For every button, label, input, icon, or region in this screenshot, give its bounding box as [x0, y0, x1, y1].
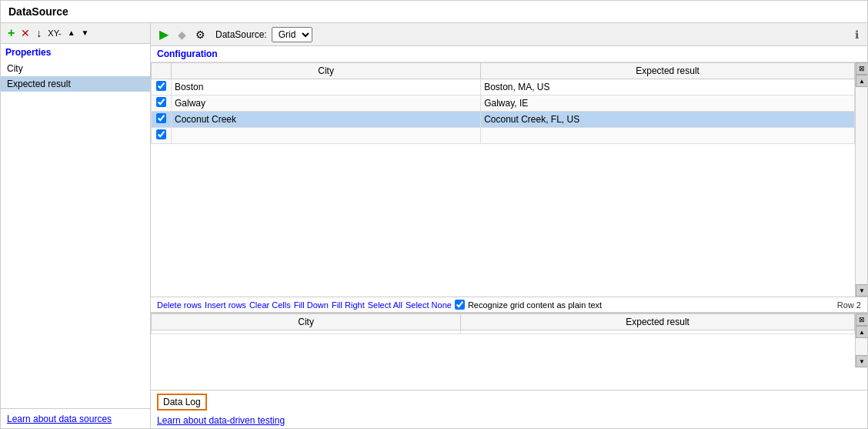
left-toolbar: + ✕ ↓ XY- ▲ ▼ [1, 23, 150, 44]
col-city-header: City [172, 63, 481, 79]
prop-item-city[interactable]: City [1, 61, 150, 76]
row-city-2[interactable]: Galway [172, 96, 481, 112]
select-none-link[interactable]: Select None [406, 300, 452, 310]
recognize-checkbox[interactable] [455, 300, 465, 310]
delete-button[interactable]: ✕ [18, 27, 32, 39]
properties-label: Properties [1, 44, 150, 61]
col-expected-header: Expected result [481, 63, 855, 79]
play-button[interactable]: ▶ [157, 26, 171, 42]
info-button[interactable]: ℹ [853, 28, 861, 42]
row-city-3[interactable]: Coconut Creek [172, 112, 481, 128]
right-toolbar: ▶ ◆ ⚙ DataSource: Grid ℹ [151, 23, 867, 46]
grid-container[interactable]: City Expected result Boston Boston, MA, … [151, 62, 855, 297]
bottom-bar: Data Log Learn about data-driven testing [151, 390, 867, 429]
learn-data-sources-link[interactable]: Learn about data sources [1, 408, 150, 429]
grid-scrollbar: ⊠ ▲ ▼ [855, 62, 867, 297]
datasource-select[interactable]: Grid [272, 27, 312, 42]
chevron-down-button[interactable]: ▼ [79, 28, 92, 38]
chevron-up-button[interactable]: ▲ [65, 28, 78, 38]
config-label: Configuration [151, 46, 867, 62]
row-expected-1[interactable]: Boston, MA, US [481, 79, 855, 96]
row-check-1[interactable] [152, 79, 172, 96]
delete-rows-link[interactable]: Delete rows [157, 300, 202, 310]
preview-scroll-down[interactable]: ▼ [856, 355, 867, 367]
insert-rows-link[interactable]: Insert rows [205, 300, 246, 310]
scroll-down-arrow[interactable]: ▼ [856, 284, 867, 297]
recognize-label: Recognize grid content as plain text [468, 300, 602, 310]
row-city-4[interactable] [172, 128, 481, 144]
left-panel: + ✕ ↓ XY- ▲ ▼ Properties City Expected r… [1, 23, 151, 429]
fill-right-link[interactable]: Fill Right [332, 300, 365, 310]
data-log-row: Data Log [151, 390, 867, 414]
row-expected-4[interactable] [481, 128, 855, 144]
grid-table: City Expected result Boston Boston, MA, … [151, 62, 855, 144]
prop-item-expected[interactable]: Expected result [1, 76, 150, 92]
preview-row [152, 330, 855, 334]
row-city-1[interactable]: Boston [172, 79, 481, 96]
col-check-header [152, 63, 172, 79]
table-row: Boston Boston, MA, US [152, 79, 855, 96]
select-all-link[interactable]: Select All [368, 300, 402, 310]
settings-button[interactable]: ⚙ [193, 28, 208, 42]
options-button[interactable]: XY- [45, 28, 63, 39]
preview-table: City Expected result [151, 313, 855, 334]
fit-icon[interactable]: ⊠ [856, 62, 867, 75]
table-row: Galway Galway, IE [152, 96, 855, 112]
row-check-4[interactable] [152, 128, 172, 144]
learn-data-driven-link[interactable]: Learn about data-driven testing [151, 414, 867, 429]
preview-fit-icon[interactable]: ⊠ [856, 313, 867, 326]
grid-area: City Expected result Boston Boston, MA, … [151, 62, 867, 313]
preview-scroll-up[interactable]: ▲ [856, 326, 867, 338]
stop-button[interactable]: ◆ [175, 28, 189, 42]
scroll-up-arrow[interactable]: ▲ [856, 75, 867, 87]
row-expected-3[interactable]: Coconut Creek, FL, US [481, 112, 855, 128]
preview-scroll-track[interactable] [856, 338, 867, 355]
clear-cells-link[interactable]: Clear Cells [249, 300, 291, 310]
app-title: DataSource [8, 5, 68, 18]
fill-down-link[interactable]: Fill Down [294, 300, 329, 310]
preview-col-city: City [152, 314, 461, 330]
right-panel: ▶ ◆ ⚙ DataSource: Grid ℹ Configuration [151, 23, 867, 429]
properties-list: City Expected result [1, 61, 150, 408]
scroll-track[interactable] [856, 87, 867, 284]
grid-footer: Delete rows Insert rows Clear Cells Fill… [151, 297, 867, 312]
preview-scrollbar: ⊠ ▲ ▼ [855, 313, 867, 367]
datasource-label: DataSource: [215, 29, 267, 40]
preview-col-expected: Expected result [461, 314, 855, 330]
preview-area: City Expected result ⊠ [151, 313, 867, 390]
preview-table-container: City Expected result [151, 313, 855, 367]
title-bar: DataSource [1, 1, 867, 23]
table-row: Coconut Creek Coconut Creek, FL, US [152, 112, 855, 128]
row-check-3[interactable] [152, 112, 172, 128]
row-check-2[interactable] [152, 96, 172, 112]
row-expected-2[interactable]: Galway, IE [481, 96, 855, 112]
main-container: + ✕ ↓ XY- ▲ ▼ Properties City Expected r… [1, 23, 867, 429]
row-count: Row 2 [837, 300, 861, 310]
move-down-button[interactable]: ↓ [34, 27, 44, 39]
data-log-button[interactable]: Data Log [157, 394, 207, 411]
grid-wrapper: City Expected result Boston Boston, MA, … [151, 62, 867, 297]
preview-wrapper: City Expected result ⊠ [151, 313, 867, 367]
add-button[interactable]: + [5, 26, 17, 40]
table-row [152, 128, 855, 144]
